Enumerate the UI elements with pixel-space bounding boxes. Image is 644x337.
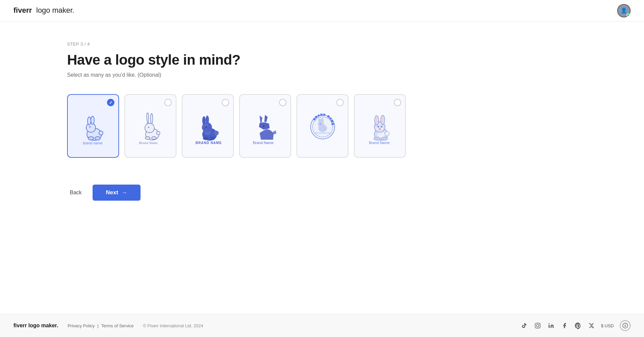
footer-right: $ USD <box>521 320 631 331</box>
actions-container: Back Next → <box>67 185 577 201</box>
svg-text:Brand Name: Brand Name <box>369 141 390 145</box>
svg-text:Brand Name: Brand Name <box>139 141 158 145</box>
linkedin-icon[interactable] <box>547 322 555 329</box>
style-cards-container: brand name <box>67 94 577 158</box>
facebook-icon[interactable] <box>561 322 568 329</box>
svg-point-65 <box>381 137 388 140</box>
svg-point-8 <box>88 137 94 140</box>
svg-point-23 <box>206 116 209 124</box>
svg-text:logo maker.: logo maker. <box>36 6 74 14</box>
svg-point-15 <box>145 137 150 139</box>
privacy-link[interactable]: Privacy Policy <box>67 323 95 328</box>
svg-text:brand name: brand name <box>83 141 103 145</box>
online-indicator <box>627 13 630 17</box>
radio-hand-drawn <box>164 99 172 106</box>
style-card-vintage[interactable]: BRAND NAME <box>297 94 348 158</box>
logo: fiverr logo maker. <box>13 5 74 17</box>
accessibility-button[interactable] <box>620 320 631 331</box>
terms-link[interactable]: Terms of Service <box>101 323 134 328</box>
svg-point-28 <box>210 137 215 140</box>
next-button[interactable]: Next → <box>93 185 141 201</box>
svg-point-44 <box>321 118 324 123</box>
user-avatar[interactable]: 👤 <box>617 4 631 17</box>
radio-cartoon <box>394 99 401 106</box>
header: fiverr logo maker. 👤 <box>0 0 644 21</box>
footer-copyright: © Fiverr International Ltd. 2024 <box>143 323 203 328</box>
page-title: Have a logo style in mind? <box>67 52 577 68</box>
instagram-icon[interactable] <box>534 322 541 329</box>
svg-point-16 <box>152 137 156 139</box>
svg-point-60 <box>378 126 379 127</box>
svg-point-22 <box>202 116 206 125</box>
style-card-minimalist[interactable]: brand name <box>67 94 119 158</box>
svg-text:fiverr: fiverr <box>13 6 32 14</box>
svg-text:Brand Name: Brand Name <box>253 141 274 145</box>
radio-3d <box>222 99 229 106</box>
svg-point-3 <box>86 123 96 132</box>
style-card-3d[interactable]: BRAND NAME <box>182 94 234 158</box>
svg-point-7 <box>89 126 91 128</box>
page-subtitle: Select as many as you'd like. (Optional) <box>67 72 577 78</box>
svg-rect-67 <box>535 323 540 328</box>
tiktok-icon[interactable] <box>521 322 528 329</box>
svg-point-9 <box>95 137 100 140</box>
currency-selector[interactable]: $ USD <box>601 323 614 328</box>
svg-point-13 <box>148 127 149 128</box>
svg-point-72 <box>625 324 626 325</box>
svg-point-14 <box>157 131 160 135</box>
radio-geometric <box>279 99 286 106</box>
style-card-hand-drawn[interactable]: Brand Name <box>124 94 176 158</box>
next-arrow: → <box>121 189 127 196</box>
svg-point-25 <box>205 126 206 127</box>
svg-marker-35 <box>264 115 268 122</box>
svg-point-69 <box>539 324 539 325</box>
footer-separator: | <box>97 323 98 328</box>
svg-point-45 <box>320 123 321 124</box>
svg-marker-34 <box>260 116 262 123</box>
svg-point-53 <box>376 117 378 124</box>
radio-vintage <box>336 99 344 106</box>
main-content: STEP 3 / 4 Have a logo style in mind? Se… <box>0 21 644 314</box>
svg-point-64 <box>374 137 380 140</box>
svg-point-68 <box>536 324 539 327</box>
footer-left: fiverr logo maker. Privacy Policy | Term… <box>13 323 203 329</box>
svg-point-61 <box>382 126 382 127</box>
svg-point-26 <box>214 131 219 135</box>
footer-links: Privacy Policy | Terms of Service <box>67 323 133 328</box>
style-card-cartoon[interactable]: Brand Name <box>354 94 406 158</box>
x-icon[interactable] <box>588 322 595 329</box>
style-card-geometric[interactable]: Brand Name <box>239 94 291 158</box>
svg-point-4 <box>88 117 91 125</box>
svg-point-55 <box>382 117 384 123</box>
radio-minimalist <box>107 99 114 106</box>
pinterest-icon[interactable] <box>574 322 582 329</box>
svg-point-27 <box>203 137 208 140</box>
svg-point-5 <box>91 116 94 124</box>
back-button[interactable]: Back <box>67 190 85 196</box>
svg-point-62 <box>379 128 381 129</box>
svg-text:BRAND NAME: BRAND NAME <box>196 141 222 145</box>
svg-point-12 <box>145 123 154 133</box>
footer: fiverr logo maker. Privacy Policy | Term… <box>0 314 644 337</box>
svg-point-63 <box>385 131 389 136</box>
svg-point-6 <box>99 131 103 135</box>
next-label: Next <box>106 189 118 196</box>
step-label: STEP 3 / 4 <box>67 42 577 47</box>
svg-point-43 <box>318 118 321 124</box>
svg-marker-30 <box>260 129 274 140</box>
svg-point-24 <box>205 126 207 128</box>
svg-point-70 <box>548 323 549 324</box>
footer-logo: fiverr logo maker. <box>13 323 58 329</box>
